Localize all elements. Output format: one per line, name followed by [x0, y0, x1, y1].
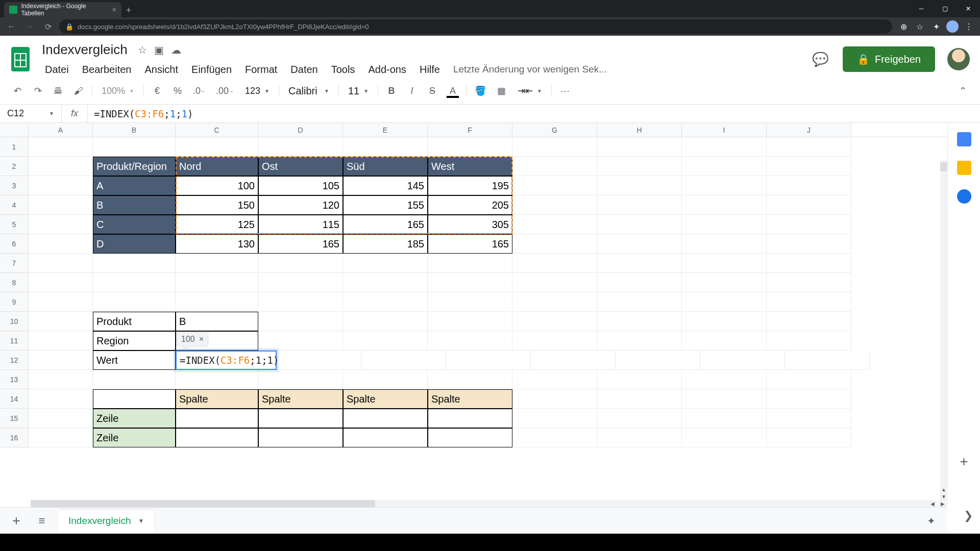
- share-button[interactable]: 🔒 Freigeben: [843, 46, 935, 72]
- row-header-1[interactable]: 1: [0, 137, 29, 157]
- row-header-6[interactable]: 6: [0, 234, 29, 254]
- cell-D4[interactable]: 120: [258, 195, 343, 215]
- all-sheets-icon[interactable]: ≡: [33, 514, 51, 528]
- menu-einfuegen[interactable]: Einfügen: [185, 62, 238, 78]
- cell-F12[interactable]: [446, 350, 531, 370]
- fill-color-icon[interactable]: 🪣: [471, 82, 490, 100]
- cell-G16[interactable]: [512, 428, 597, 447]
- cell-F4[interactable]: 205: [428, 195, 512, 215]
- cell-F5[interactable]: 305: [428, 215, 512, 234]
- cell-D3[interactable]: 105: [258, 176, 343, 195]
- cell-D12[interactable]: [277, 350, 361, 370]
- cell-J8[interactable]: [767, 273, 851, 292]
- cell-B13[interactable]: [93, 370, 176, 389]
- cell-C6[interactable]: 130: [176, 234, 258, 254]
- cell-E16[interactable]: [343, 428, 428, 447]
- row-header-4[interactable]: 4: [0, 195, 29, 215]
- scroll-down-icon[interactable]: ▼: [940, 493, 947, 500]
- cell-G14[interactable]: [512, 389, 597, 409]
- cell-E8[interactable]: [343, 273, 428, 292]
- cell-G2[interactable]: [512, 157, 597, 176]
- col-header-B[interactable]: B: [93, 123, 176, 137]
- cell-I16[interactable]: [682, 428, 767, 447]
- bold-icon[interactable]: B: [382, 82, 401, 100]
- cell-A15[interactable]: [29, 409, 93, 428]
- menu-hilfe[interactable]: Hilfe: [413, 62, 446, 78]
- strikethrough-icon[interactable]: S: [423, 82, 442, 100]
- cell-C13[interactable]: [176, 370, 258, 389]
- cell-E15[interactable]: [343, 409, 428, 428]
- cell-G3[interactable]: [512, 176, 597, 195]
- cell-F6[interactable]: 165: [428, 234, 512, 254]
- cell-J6[interactable]: [767, 234, 851, 254]
- cell-F7[interactable]: [428, 254, 512, 273]
- cell-C1[interactable]: [176, 137, 258, 157]
- cell-H9[interactable]: [597, 292, 682, 312]
- cell-G10[interactable]: [512, 312, 597, 331]
- col-header-D[interactable]: D: [258, 123, 343, 137]
- name-box[interactable]: C12 ▼: [0, 108, 61, 119]
- cell-H4[interactable]: [597, 195, 682, 215]
- cell-B6[interactable]: D: [93, 234, 176, 254]
- cell-E1[interactable]: [343, 137, 428, 157]
- cell-I5[interactable]: [682, 215, 767, 234]
- cell-F8[interactable]: [428, 273, 512, 292]
- cell-C7[interactable]: [176, 254, 258, 273]
- menu-daten[interactable]: Daten: [284, 62, 324, 78]
- cell-J16[interactable]: [767, 428, 851, 447]
- browser-tab[interactable]: Indexvergleich - Google Tabellen ×: [4, 2, 121, 17]
- cell-D8[interactable]: [258, 273, 343, 292]
- col-header-C[interactable]: C: [176, 123, 258, 137]
- cell-J15[interactable]: [767, 409, 851, 428]
- cell-D1[interactable]: [258, 137, 343, 157]
- cell-J4[interactable]: [767, 195, 851, 215]
- menu-addons[interactable]: Add-ons: [362, 62, 412, 78]
- col-header-G[interactable]: G: [512, 123, 597, 137]
- row-header-12[interactable]: 12: [0, 350, 29, 370]
- nav-back-icon[interactable]: ←: [4, 19, 18, 34]
- cell-D10[interactable]: [258, 312, 343, 331]
- cell-H14[interactable]: [597, 389, 682, 409]
- cell-A7[interactable]: [29, 254, 93, 273]
- cell-C5[interactable]: 125: [176, 215, 258, 234]
- star-icon[interactable]: ☆: [138, 44, 147, 56]
- text-color-icon[interactable]: A: [444, 82, 462, 100]
- window-maximize-icon[interactable]: ▢: [933, 0, 957, 17]
- horizontal-scrollbar[interactable]: [31, 500, 937, 507]
- row-header-8[interactable]: 8: [0, 273, 29, 292]
- v-scroll-thumb[interactable]: [940, 162, 947, 171]
- cell-A8[interactable]: [29, 273, 93, 292]
- cell-A16[interactable]: [29, 428, 93, 447]
- cell-E7[interactable]: [343, 254, 428, 273]
- cell-E11[interactable]: [343, 331, 428, 350]
- cell-F11[interactable]: [428, 331, 512, 350]
- cell-F15[interactable]: [428, 409, 512, 428]
- cell-D2[interactable]: Ost: [258, 157, 343, 176]
- cell-D14[interactable]: Spalte: [258, 389, 343, 409]
- cell-H16[interactable]: [597, 428, 682, 447]
- cell-I13[interactable]: [682, 370, 767, 389]
- cloud-status-icon[interactable]: ☁: [171, 44, 181, 56]
- explore-icon[interactable]: ✦: [922, 512, 940, 530]
- menu-format[interactable]: Format: [239, 62, 283, 78]
- cell-C2[interactable]: Nord: [176, 157, 258, 176]
- cell-B16[interactable]: Zeile: [93, 428, 176, 447]
- cell-F3[interactable]: 195: [428, 176, 512, 195]
- cell-F14[interactable]: Spalte: [428, 389, 512, 409]
- cell-J1[interactable]: [767, 137, 851, 157]
- cell-B7[interactable]: [93, 254, 176, 273]
- cell-D9[interactable]: [258, 292, 343, 312]
- cell-D11[interactable]: [258, 331, 343, 350]
- cell-I9[interactable]: [682, 292, 767, 312]
- cell-C9[interactable]: [176, 292, 258, 312]
- cell-B4[interactable]: B: [93, 195, 176, 215]
- cell-I6[interactable]: [682, 234, 767, 254]
- cell-G5[interactable]: [512, 215, 597, 234]
- cell-G11[interactable]: [512, 331, 597, 350]
- cell-B9[interactable]: [93, 292, 176, 312]
- keep-icon[interactable]: [957, 161, 971, 175]
- number-format-select[interactable]: 123▼: [240, 82, 275, 100]
- cell-C12[interactable]: 100×=INDEX(C3:F6;1;1): [176, 350, 277, 370]
- chrome-menu-icon[interactable]: ⋮: [962, 19, 976, 34]
- cell-B5[interactable]: C: [93, 215, 176, 234]
